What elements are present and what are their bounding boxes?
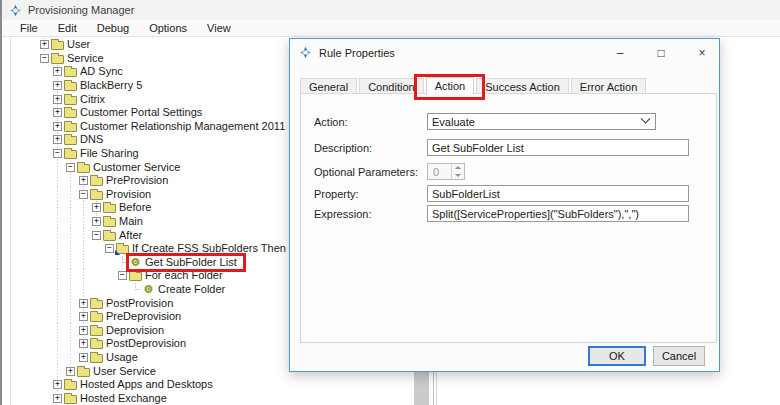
expression-input[interactable]: Split([ServiceProperties]("SubFolders"),… xyxy=(427,205,689,222)
tree-node-label: For each Folder xyxy=(142,269,226,282)
folder-icon xyxy=(103,232,116,241)
tab-condition[interactable]: Condition xyxy=(359,78,423,94)
folder-icon xyxy=(64,82,77,91)
tree-connector: − xyxy=(116,269,129,283)
tree-connector: + xyxy=(51,92,64,106)
tree-indent xyxy=(64,296,77,310)
expand-icon[interactable]: + xyxy=(92,203,101,212)
folder-icon xyxy=(116,245,129,254)
tab-error-action[interactable]: Error Action xyxy=(571,78,646,94)
expand-icon[interactable]: + xyxy=(53,394,62,403)
collapse-icon[interactable]: − xyxy=(40,54,49,63)
tree-node-label: AD Sync xyxy=(77,65,126,78)
gear-icon: ⚙ xyxy=(129,257,142,268)
expand-icon[interactable]: + xyxy=(53,122,62,131)
ok-button[interactable]: OK xyxy=(588,346,646,366)
tree-indent xyxy=(64,188,77,202)
tree-node-label: Create Folder xyxy=(155,283,228,296)
property-input[interactable]: SubFolderList xyxy=(427,185,689,202)
folder-icon xyxy=(64,68,77,77)
expand-icon[interactable]: + xyxy=(79,312,88,321)
expand-icon[interactable]: + xyxy=(53,81,62,90)
tree-node-content: ⚙Create Folder xyxy=(142,283,228,296)
expand-icon[interactable]: + xyxy=(92,217,101,226)
expand-icon[interactable]: + xyxy=(79,299,88,308)
tree-node-label: PreDeprovision xyxy=(103,310,184,323)
menu-item-file[interactable]: File xyxy=(10,21,48,36)
close-icon[interactable]: × xyxy=(685,41,719,65)
cancel-button[interactable]: Cancel xyxy=(653,346,705,366)
tab-success-action[interactable]: Success Action xyxy=(476,78,569,94)
tree-indent xyxy=(64,337,77,351)
tree-indent xyxy=(77,242,90,256)
expand-icon[interactable]: + xyxy=(79,326,88,335)
tree-indent xyxy=(51,174,64,188)
tree-indent xyxy=(38,310,51,324)
spinner-down-button xyxy=(452,172,464,180)
folder-icon xyxy=(77,164,90,173)
folder-icon xyxy=(90,340,103,349)
tree-node-content: Customer Portal Settings xyxy=(64,106,205,119)
tree-indent xyxy=(38,391,51,405)
tree-indent xyxy=(38,323,51,337)
expand-icon[interactable]: + xyxy=(79,176,88,185)
action-select[interactable]: Evaluate xyxy=(427,113,656,130)
tree-node-label: Before xyxy=(116,201,154,214)
tree-indent xyxy=(38,120,51,134)
tree-indent xyxy=(38,364,51,378)
tree-node-content: PreProvision xyxy=(90,174,171,187)
folder-icon xyxy=(103,204,116,213)
expand-icon[interactable]: + xyxy=(53,380,62,389)
tree-indent xyxy=(77,256,90,270)
tree-node-content: Provision xyxy=(90,188,154,201)
expand-icon[interactable]: + xyxy=(66,367,75,376)
folder-icon xyxy=(51,55,64,64)
menu-item-view[interactable]: View xyxy=(197,21,241,36)
tab-action[interactable]: Action xyxy=(426,77,475,95)
collapse-icon[interactable]: − xyxy=(79,190,88,199)
expand-icon[interactable]: + xyxy=(79,339,88,348)
tree-leaf-connector xyxy=(122,256,128,263)
tree-indent xyxy=(51,323,64,337)
collapse-icon[interactable]: − xyxy=(53,149,62,158)
menu-item-debug[interactable]: Debug xyxy=(87,21,139,36)
expand-icon[interactable]: + xyxy=(53,135,62,144)
collapse-icon[interactable]: − xyxy=(66,163,75,172)
minimize-icon[interactable]: – xyxy=(603,41,637,65)
field-row-action: Action:Evaluate xyxy=(314,113,716,130)
tree-node-content: Hosted Exchange xyxy=(64,392,170,405)
menu-item-options[interactable]: Options xyxy=(139,21,197,36)
expand-icon[interactable]: + xyxy=(53,108,62,117)
collapse-icon[interactable]: − xyxy=(105,244,114,253)
tree-indent xyxy=(64,283,77,297)
tree-node-label: Customer Relationship Management 2011 xyxy=(77,120,288,133)
tree-indent xyxy=(51,188,64,202)
menu-item-edit[interactable]: Edit xyxy=(48,21,87,36)
field-label: Expression: xyxy=(314,208,427,220)
tree-indent xyxy=(64,256,77,270)
tab-label: Success Action xyxy=(485,81,560,93)
description-input[interactable]: Get SubFolder List xyxy=(427,139,689,156)
expand-icon[interactable]: + xyxy=(40,40,49,49)
dialog-compass-icon xyxy=(299,46,312,59)
maximize-icon[interactable]: □ xyxy=(644,41,678,65)
expand-icon[interactable]: + xyxy=(53,67,62,76)
expand-icon[interactable]: + xyxy=(53,95,62,104)
tree-indent xyxy=(103,256,116,270)
collapse-icon[interactable]: − xyxy=(118,271,127,280)
spinner-buttons xyxy=(451,164,464,179)
tree-node-hosted-apps-and-desktops[interactable]: +Hosted Apps and Desktops xyxy=(38,378,414,392)
tree-connector: + xyxy=(51,120,64,134)
tree-indent xyxy=(38,174,51,188)
tree-node-hosted-exchange[interactable]: +Hosted Exchange xyxy=(38,391,414,405)
collapse-icon[interactable]: − xyxy=(92,231,101,240)
tab-general[interactable]: General xyxy=(300,78,357,94)
tree-indent xyxy=(38,378,51,392)
folder-icon xyxy=(64,136,77,145)
tree-indent xyxy=(90,242,103,256)
tree-indent xyxy=(64,323,77,337)
dialog-titlebar: Rule Properties – □ × xyxy=(290,39,719,66)
tree-node-content: After xyxy=(103,229,145,242)
expand-icon[interactable]: + xyxy=(79,353,88,362)
tree-indent xyxy=(90,283,103,297)
